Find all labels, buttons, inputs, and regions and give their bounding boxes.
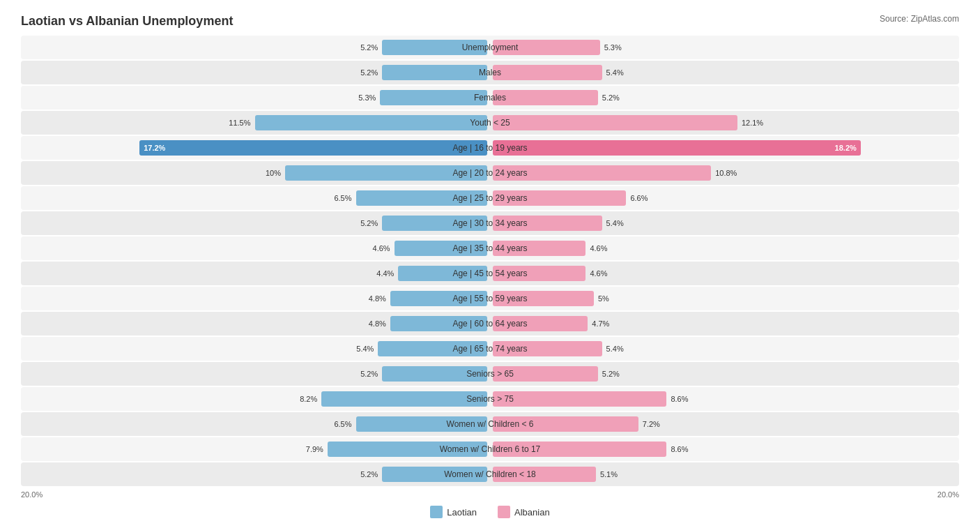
bar-pink bbox=[493, 442, 666, 457]
bar-right-half: 12.1% bbox=[490, 111, 959, 135]
bar-left-value: 8.2% bbox=[300, 395, 317, 403]
bar-left-half: 10% bbox=[21, 161, 490, 185]
bar-blue bbox=[285, 165, 487, 181]
bar-pink bbox=[493, 190, 626, 206]
table-row: 17.2%18.2%Age | 16 to 19 years bbox=[21, 136, 959, 160]
bar-left-half: 5.3% bbox=[21, 86, 490, 110]
table-row: 5.4%5.4%Age | 65 to 74 years bbox=[21, 337, 959, 361]
bar-left-half: 4.6% bbox=[21, 236, 490, 260]
table-row: 5.2%5.2%Seniors > 65 bbox=[21, 362, 959, 386]
table-row: 6.5%6.6%Age | 25 to 29 years bbox=[21, 186, 959, 210]
bar-right-value: 5.3% bbox=[604, 43, 622, 52]
bar-pink bbox=[493, 90, 598, 105]
table-row: 5.2%5.1%Women w/ Children < 18 bbox=[21, 462, 959, 486]
bar-left-value: 5.2% bbox=[360, 219, 378, 227]
bar-left-half: 8.2% bbox=[21, 387, 490, 411]
bar-left-half: 5.2% bbox=[21, 61, 490, 84]
bar-right-value: 4.6% bbox=[590, 269, 607, 278]
bar-right-half: 5% bbox=[490, 287, 959, 310]
bar-left-half: 5.2% bbox=[21, 462, 490, 486]
axis-right: 20.0% bbox=[490, 490, 959, 499]
bar-left-value: 4.6% bbox=[373, 244, 390, 252]
bar-right-value-inside: 18.2% bbox=[835, 140, 857, 156]
bar-left-value: 6.5% bbox=[334, 420, 351, 428]
bar-pink bbox=[493, 291, 594, 306]
bar-left-half: 4.4% bbox=[21, 262, 490, 285]
bar-left-half: 7.9% bbox=[21, 437, 490, 461]
bar-pink bbox=[493, 366, 598, 382]
bar-right-half: 4.6% bbox=[490, 262, 959, 285]
chart-area: 5.2%5.3%Unemployment5.2%5.4%Males5.3%5.2… bbox=[21, 36, 959, 486]
table-row: 4.8%5%Age | 55 to 59 years bbox=[21, 287, 959, 310]
bar-blue bbox=[255, 115, 488, 130]
bar-blue bbox=[321, 391, 487, 407]
bar-right-value: 6.6% bbox=[630, 194, 648, 202]
bar-left-half: 5.2% bbox=[21, 211, 490, 235]
bar-left-value-inside: 17.2% bbox=[144, 140, 165, 156]
bar-right-half: 5.4% bbox=[490, 211, 959, 235]
bar-blue bbox=[390, 316, 487, 331]
bar-pink bbox=[493, 115, 737, 130]
table-row: 4.6%4.6%Age | 35 to 44 years bbox=[21, 236, 959, 260]
legend-albanian-box bbox=[498, 506, 510, 518]
bar-pink bbox=[493, 467, 596, 482]
bar-right-value: 7.2% bbox=[643, 420, 660, 428]
bar-pink bbox=[493, 416, 638, 432]
bar-right-value: 5% bbox=[598, 294, 609, 303]
bar-left-value: 4.4% bbox=[376, 269, 394, 278]
bar-pink bbox=[493, 40, 600, 55]
bar-blue bbox=[382, 40, 487, 55]
bar-right-half: 10.8% bbox=[490, 161, 959, 185]
bar-pink: 18.2% bbox=[493, 140, 861, 156]
legend-laotian-label: Laotian bbox=[447, 507, 477, 518]
bar-left-value: 10% bbox=[266, 169, 281, 177]
bar-right-half: 5.2% bbox=[490, 86, 959, 110]
bar-right-value: 5.1% bbox=[600, 470, 618, 478]
bar-right-half: 5.4% bbox=[490, 337, 959, 361]
bar-pink bbox=[493, 65, 602, 80]
bar-right-value: 5.4% bbox=[606, 345, 624, 353]
legend-laotian-box bbox=[430, 506, 443, 518]
bar-left-half: 5.4% bbox=[21, 337, 490, 361]
bar-right-value: 4.7% bbox=[592, 319, 609, 328]
bar-left-value: 6.5% bbox=[334, 194, 351, 202]
table-row: 8.2%8.6%Seniors > 75 bbox=[21, 387, 959, 411]
bar-right-value: 5.4% bbox=[606, 219, 624, 227]
axis-left: 20.0% bbox=[21, 490, 490, 499]
bar-right-half: 8.6% bbox=[490, 387, 959, 411]
bar-right-half: 5.3% bbox=[490, 36, 959, 59]
bar-right-half: 4.7% bbox=[490, 312, 959, 335]
bar-pink bbox=[493, 341, 602, 356]
bar-right-half: 5.1% bbox=[490, 462, 959, 486]
bar-pink bbox=[493, 241, 585, 256]
chart-title: Laotian vs Albanian Unemployment bbox=[21, 14, 959, 29]
bar-blue bbox=[378, 341, 487, 356]
chart-container: Laotian vs Albanian Unemployment Source:… bbox=[0, 0, 980, 528]
table-row: 7.9%8.6%Women w/ Children 6 to 17 bbox=[21, 437, 959, 461]
bar-left-value: 5.2% bbox=[360, 43, 378, 52]
bar-right-value: 8.6% bbox=[671, 445, 688, 453]
bar-right-value: 5.4% bbox=[606, 68, 624, 77]
bar-left-value: 11.5% bbox=[229, 119, 250, 127]
bar-blue bbox=[390, 291, 487, 306]
table-row: 5.3%5.2%Females bbox=[21, 86, 959, 110]
table-row: 5.2%5.3%Unemployment bbox=[21, 36, 959, 59]
bar-left-value: 5.2% bbox=[360, 68, 378, 77]
bar-right-value: 12.1% bbox=[742, 119, 763, 127]
bar-left-value: 5.3% bbox=[358, 93, 376, 102]
table-row: 11.5%12.1%Youth < 25 bbox=[21, 111, 959, 135]
table-row: 5.2%5.4%Males bbox=[21, 61, 959, 84]
bar-right-half: 8.6% bbox=[490, 437, 959, 461]
bar-left-value: 4.8% bbox=[369, 319, 386, 328]
bar-left-half: 11.5% bbox=[21, 111, 490, 135]
bar-blue bbox=[356, 190, 488, 206]
table-row: 6.5%7.2%Women w/ Children < 6 bbox=[21, 412, 959, 436]
bar-blue bbox=[382, 65, 487, 80]
bar-blue bbox=[380, 90, 487, 105]
bar-right-value: 10.8% bbox=[715, 169, 737, 177]
bar-left-half: 17.2% bbox=[21, 136, 490, 160]
legend-laotian: Laotian bbox=[430, 506, 477, 518]
bar-blue bbox=[395, 241, 487, 256]
bar-blue bbox=[382, 216, 487, 231]
bar-left-half: 4.8% bbox=[21, 312, 490, 335]
